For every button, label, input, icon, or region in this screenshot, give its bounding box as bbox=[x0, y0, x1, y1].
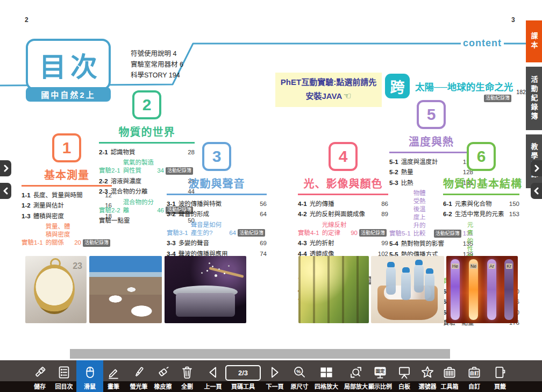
toc-item[interactable]: 4-3光的折射99 bbox=[298, 239, 388, 247]
toc-experiment-item[interactable]: 實驗3-1聲音是如何產生的?64活動紀錄簿 bbox=[167, 221, 267, 237]
tool-label: 螢光筆 bbox=[130, 382, 148, 390]
pointing-hand-icon: ☜ bbox=[343, 91, 351, 101]
tool-eraser[interactable]: 橡皮擦 bbox=[156, 360, 170, 392]
section-title[interactable]: 波動與聲音 bbox=[167, 175, 267, 195]
toc-item[interactable]: 6-1元素與化合物150 bbox=[443, 200, 519, 208]
toc-item-number: 5-2 bbox=[389, 168, 398, 176]
tool-area-zoom[interactable]: 局部放大 bbox=[349, 360, 363, 392]
activity-book-tag[interactable]: 活動紀錄簿 bbox=[238, 229, 265, 237]
toc-item-number: 4-2 bbox=[298, 210, 307, 218]
tool-trash[interactable]: 全刪 bbox=[180, 360, 195, 392]
tool-label: 畫筆 bbox=[108, 382, 119, 390]
activity-book-tag[interactable]: 活動紀錄簿 bbox=[359, 229, 387, 237]
bottom-toolbar: 儲存回目次滑鼠畫筆螢光筆橡皮擦全刪上一頁2/3頁碼工具下一頁%原尺寸四格放大局部… bbox=[0, 360, 542, 392]
tool-label: 頁碼工具 bbox=[231, 382, 255, 390]
toc-item-page: 89 bbox=[381, 210, 388, 218]
tool-star-number[interactable]: 7選號器 bbox=[420, 360, 435, 392]
scroll-left-button-left-edge[interactable] bbox=[0, 183, 11, 199]
toc-item[interactable]: 3-2聲音的形成64 bbox=[167, 210, 267, 218]
tool-toolbox[interactable]: 工具箱 bbox=[443, 360, 457, 392]
toc-item-number: 5-3 bbox=[389, 179, 398, 187]
tool-four-grid[interactable]: 四格放大 bbox=[319, 360, 334, 392]
activity-book-tag-label: 活動紀錄簿 bbox=[484, 95, 511, 102]
front-matter-item[interactable]: 科學STORY 194 bbox=[131, 70, 183, 81]
tool-label: 原尺寸 bbox=[291, 382, 309, 390]
toc-item-page: 99 bbox=[381, 239, 388, 247]
toc-item-text: 元素與化合物 bbox=[455, 200, 506, 208]
tab-activity-book[interactable]: 活動紀錄簿 bbox=[526, 67, 542, 130]
toc-item[interactable]: 1-1長度、質量與時間12 bbox=[22, 191, 112, 199]
discharge-tube-ne: Ne bbox=[469, 259, 478, 320]
toc-item-number: 6-1 bbox=[443, 200, 452, 208]
tool-page-indicator[interactable]: 2/3頁碼工具 bbox=[225, 360, 261, 392]
tool-whiteboard[interactable]: 白板 bbox=[397, 360, 412, 392]
toc-item[interactable]: 3-1波的傳播與特徵56 bbox=[167, 200, 267, 208]
phet-notice-line1: PhET互動實驗:點選前請先 bbox=[281, 76, 376, 89]
tube-label: Ne bbox=[469, 263, 477, 269]
toc-item-text: 光的反射與面鏡成像 bbox=[310, 210, 379, 218]
toc-item-text: 體積與密度 bbox=[33, 212, 102, 220]
tool-page-tab[interactable]: 頁籤 bbox=[493, 360, 508, 392]
tool-label: 下一頁 bbox=[266, 382, 284, 390]
toc-item-number: 5-4 bbox=[389, 240, 398, 248]
toc-item-number: 1-2 bbox=[22, 202, 31, 210]
toc-item[interactable]: 3-3多變的聲音69 bbox=[167, 239, 267, 247]
section-3: 3波動與聲音3-1波的傳播與特徵563-2聲音的形成64實驗3-1聲音是如何產生… bbox=[167, 142, 267, 260]
toc-item-text: 混合物的分離 bbox=[123, 198, 154, 215]
tool-highlighter[interactable]: 螢光筆 bbox=[132, 360, 146, 392]
bottle bbox=[425, 273, 434, 301]
phet-java-notice[interactable]: PhET互動實驗:點選前請先 安裝JAVA☜ bbox=[275, 73, 382, 107]
tab-textbook[interactable]: 課本 bbox=[526, 20, 542, 62]
mouse-icon bbox=[83, 360, 97, 382]
tool-pen[interactable]: 畫筆 bbox=[106, 360, 121, 392]
page-indicator-icon: 2/3 bbox=[225, 360, 261, 382]
toc-item[interactable]: 4-1光的傳播86 bbox=[298, 200, 388, 208]
scroll-right-button-right-edge[interactable] bbox=[531, 160, 542, 176]
photo-drum-splash bbox=[165, 256, 246, 323]
drumstick bbox=[209, 267, 244, 278]
tool-display-ratio[interactable]: 固定顯示比例 bbox=[373, 360, 388, 392]
toc-item[interactable]: 1-2測量與估計16 bbox=[22, 202, 112, 210]
activity-book-tag[interactable]: 活動紀錄簿 bbox=[482, 92, 513, 102]
tool-next-triangle[interactable]: 下一頁 bbox=[268, 360, 282, 392]
scroll-left-button-right-edge[interactable] bbox=[531, 183, 542, 199]
tool-mouse[interactable]: 滑鼠 bbox=[76, 360, 103, 392]
page-number-left: 2 bbox=[25, 16, 28, 24]
toc-item-text: 氧氣的製造與性質 bbox=[123, 159, 154, 175]
activity-book-tag[interactable]: 活動紀錄簿 bbox=[83, 239, 110, 247]
toc-item[interactable]: 1-3體積與密度18 bbox=[22, 212, 112, 220]
svg-text:固定: 固定 bbox=[376, 368, 385, 374]
scroll-right-button-left-edge[interactable] bbox=[0, 160, 11, 176]
bottle bbox=[386, 267, 396, 295]
front-matter-item[interactable]: 符號使用說明 4 bbox=[131, 48, 183, 59]
toc-experiment-item[interactable]: 實驗1-1質量、體積與密度的關係20活動紀錄簿 bbox=[22, 223, 112, 247]
toc-title-box: 目次 bbox=[26, 39, 111, 90]
toc-experiment-item[interactable]: 實驗4-1光線反射的定律90活動紀錄簿 bbox=[298, 221, 388, 237]
section-title[interactable]: 光、影像與顏色 bbox=[298, 175, 388, 195]
svg-text:7: 7 bbox=[426, 369, 429, 375]
star-number-icon: 7 bbox=[420, 360, 435, 382]
discharge-tube-kr: Kr bbox=[504, 259, 514, 320]
tool-zoom-percent[interactable]: %原尺寸 bbox=[293, 360, 307, 392]
cross-unit-badge: 跨 bbox=[385, 74, 410, 98]
toc-item-text: 光的傳播 bbox=[310, 200, 379, 208]
prev-triangle-icon bbox=[206, 360, 220, 382]
tool-usb-drive[interactable]: 儲存 bbox=[33, 360, 47, 392]
section-title[interactable]: 基本測量 bbox=[22, 167, 112, 187]
section-title[interactable]: 物質的世界 bbox=[99, 124, 195, 144]
page-indicator-value[interactable]: 2/3 bbox=[225, 365, 261, 381]
tool-prev-triangle[interactable]: 上一頁 bbox=[206, 360, 220, 392]
toc-item-number: 2-2 bbox=[99, 177, 108, 186]
display-ratio-icon: 固定 bbox=[373, 360, 388, 382]
section-title[interactable]: 物質的基本結構 bbox=[443, 175, 519, 195]
tool-label: 全刪 bbox=[181, 382, 193, 390]
front-matter-item[interactable]: 實驗室常用器材 6 bbox=[131, 59, 183, 70]
photo-pocket-watch: 23 bbox=[25, 256, 87, 323]
toc-item[interactable]: 6-2生活中常見的元素153 bbox=[443, 210, 519, 218]
toc-item[interactable]: 4-2光的反射與面鏡成像89 bbox=[298, 210, 388, 218]
toc-item-text: 聲音的形成 bbox=[179, 210, 257, 218]
tool-custom-box[interactable]: 自訂自訂 bbox=[467, 360, 482, 392]
scrollbar-thumb[interactable] bbox=[70, 349, 450, 359]
tool-toc-list[interactable]: 回目次 bbox=[57, 360, 72, 392]
toc-item-text: 測量與估計 bbox=[33, 202, 102, 210]
